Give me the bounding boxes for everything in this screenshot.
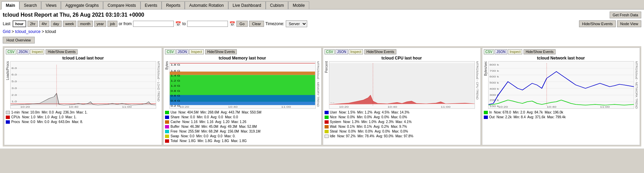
csv-button-memory[interactable]: CSV xyxy=(165,49,176,54)
tab-bar: Main Search Views Aggregate Graphs Compa… xyxy=(0,0,644,10)
calendar-icon-from[interactable]: 📅 xyxy=(175,21,181,27)
svg-text:11:00: 11:00 xyxy=(441,105,450,108)
svg-text:1.2 G: 1.2 G xyxy=(171,79,180,82)
yaxis-label-cpu: Percent xyxy=(325,61,328,73)
go-button[interactable]: Go xyxy=(236,21,248,27)
legend-row-1min: 1-min Now: 10.0m Min: 0.0 Avg: 236.3m Ma… xyxy=(6,110,160,115)
legend-color-1min xyxy=(6,111,10,114)
inspect-button-load[interactable]: Inspect xyxy=(30,49,44,54)
chart-title-load: tcloud Load last hour xyxy=(6,56,160,60)
chart-svg-container-load: Loads/Procs 8.0 6.0 5.0 3.0 2.0 1.0 xyxy=(6,61,160,109)
tab-mobile[interactable]: Mobile xyxy=(288,1,309,9)
time-btn-month[interactable]: month xyxy=(78,21,93,27)
svg-text:700 k: 700 k xyxy=(490,69,499,72)
json-button-memory[interactable]: JSON xyxy=(176,49,189,54)
last-label: Last xyxy=(3,21,11,26)
svg-text:0.6 G: 0.6 G xyxy=(171,94,180,97)
legend-color-steal xyxy=(325,130,329,133)
legend-color-free xyxy=(165,130,169,133)
json-button-network[interactable]: JSON xyxy=(495,49,507,54)
from-date-input[interactable] xyxy=(133,21,174,27)
svg-text:0.4 G: 0.4 G xyxy=(171,99,180,102)
time-btn-day[interactable]: day xyxy=(51,21,62,27)
tab-automatic-rotation[interactable]: Automatic Rotation xyxy=(185,1,228,9)
tab-main[interactable]: Main xyxy=(1,1,19,10)
json-button-cpu[interactable]: JSON xyxy=(335,49,348,54)
csv-button-load[interactable]: CSV xyxy=(6,49,16,54)
chart-svg-load: 8.0 6.0 5.0 3.0 2.0 1.0 10:20 10:40 11:0… xyxy=(10,61,156,109)
svg-rect-18 xyxy=(170,72,315,75)
time-btn-week[interactable]: week xyxy=(63,21,77,27)
tab-events[interactable]: Events xyxy=(141,1,162,9)
chart-title-cpu: tcloud CPU last hour xyxy=(325,56,479,60)
breadcrumb-grid[interactable]: Grid xyxy=(3,29,11,34)
json-button-load[interactable]: JSON xyxy=(17,49,30,54)
time-btn-year[interactable]: year xyxy=(94,21,106,27)
inspect-button-network[interactable]: Inspect xyxy=(508,49,522,54)
svg-text:10:20: 10:20 xyxy=(498,105,508,108)
svg-text:10:20: 10:20 xyxy=(180,105,189,108)
clear-button[interactable]: Clear xyxy=(249,21,264,27)
inspect-button-memory[interactable]: Inspect xyxy=(189,49,203,54)
breadcrumb-tcloud-source[interactable]: tcloud_source xyxy=(15,29,40,34)
inspect-button-cpu[interactable]: Inspect xyxy=(349,49,363,54)
chart-panel-load: CSV JSON Inspect Hide/Show Events tcloud… xyxy=(4,48,162,145)
host-overview-tab[interactable]: Host Overview xyxy=(3,37,35,44)
hide-show-events-button[interactable]: Hide/Show Events xyxy=(579,20,616,27)
hide-show-button-network[interactable]: Hide/Show Events xyxy=(524,49,556,54)
chart-toolbar-memory: CSV JSON Inspect Hide/Show Events xyxy=(165,49,319,54)
hide-show-button-memory[interactable]: Hide/Show Events xyxy=(205,49,237,54)
time-btn-job[interactable]: job xyxy=(108,21,117,27)
svg-text:0.2 G: 0.2 G xyxy=(171,104,180,107)
svg-text:11:00: 11:00 xyxy=(600,105,610,108)
calendar-icon-to[interactable]: 📅 xyxy=(229,21,235,27)
time-btn-hour[interactable]: hour xyxy=(13,20,26,27)
svg-text:10:40: 10:40 xyxy=(547,105,557,108)
chart-title-memory: tcloud Memory last hour xyxy=(165,56,319,60)
or-from-label: or from xyxy=(119,21,132,26)
csv-button-cpu[interactable]: CSV xyxy=(325,49,335,54)
breadcrumb: Grid > tcloud_source > tcloud xyxy=(3,29,641,34)
tab-search[interactable]: Search xyxy=(19,1,41,9)
tab-cubism[interactable]: Cubism xyxy=(266,1,288,9)
chart-svg-network: 800 k 700 k 600 k 500 k 400 k 300 k 200 … xyxy=(488,61,634,109)
tab-reports[interactable]: Reports xyxy=(162,1,185,9)
time-btn-4hr[interactable]: 4hr xyxy=(39,21,49,27)
legend-color-out xyxy=(484,116,488,119)
legend-row-cpus: CPUs Now: 1.0 Min: 1.0 Avg: 1.0 Max: 1. xyxy=(6,115,160,120)
timezone-label: Timezone: xyxy=(265,21,284,26)
tab-compare-hosts[interactable]: Compare Hosts xyxy=(103,1,140,9)
breadcrumb-tcloud: tcloud xyxy=(45,29,56,34)
main-content: tcloud Host Report at Thu, 26 Aug 2021 0… xyxy=(0,10,644,149)
yaxis-label-memory: Bytes xyxy=(165,61,169,70)
to-date-input[interactable] xyxy=(187,21,228,27)
tab-live-dashboard[interactable]: Live Dashboard xyxy=(228,1,266,9)
legend-color-share xyxy=(165,116,169,119)
tab-views[interactable]: Views xyxy=(41,1,61,9)
svg-text:400 k: 400 k xyxy=(490,87,499,90)
svg-text:500 k: 500 k xyxy=(490,81,499,84)
chart-svg-memory: 1.8 G 1.6 G 1.4 G 1.2 G 1.0 G 0.8 G 0.6 … xyxy=(169,61,315,109)
legend-color-buffer xyxy=(165,125,169,128)
chart-legend-network: In Now: 678.0 Min: 2.0 Avg: 84.7k Max: 1… xyxy=(484,110,638,120)
svg-text:10:20: 10:20 xyxy=(339,105,349,108)
legend-color-total xyxy=(165,139,169,143)
right-label-cpu: MTRG/tcloud - CPU TREND xyxy=(476,61,479,100)
csv-button-network[interactable]: CSV xyxy=(484,49,494,54)
chart-panel-cpu: CSV JSON Inspect Hide/Show Events tcloud… xyxy=(323,48,481,145)
time-btn-2hr[interactable]: 2hr xyxy=(28,21,38,27)
get-fresh-button[interactable]: Get Fresh Data xyxy=(610,12,641,18)
chart-svg-cpu: 100 80 60 40 20 10:20 10:40 11:00 xyxy=(329,61,475,109)
to-label: to xyxy=(182,21,186,26)
svg-text:6.0: 6.0 xyxy=(12,73,17,76)
hide-show-button-cpu[interactable]: Hide/Show Events xyxy=(364,49,396,54)
svg-text:1.0: 1.0 xyxy=(12,100,17,103)
svg-text:1.4 G: 1.4 G xyxy=(171,74,180,77)
legend-color-nice xyxy=(325,116,329,119)
tab-aggregate-graphs[interactable]: Aggregate Graphs xyxy=(61,1,103,9)
node-view-button[interactable]: Node View xyxy=(617,20,641,27)
chart-legend-cpu: User Now: 1.5% Min: 1.2% Avg: 4.5% Max: … xyxy=(325,110,479,139)
timezone-select[interactable]: Server UTC Local xyxy=(286,20,307,27)
svg-text:10:40: 10:40 xyxy=(387,105,397,108)
hide-show-button-load[interactable]: Hide/Show Events xyxy=(46,49,78,54)
